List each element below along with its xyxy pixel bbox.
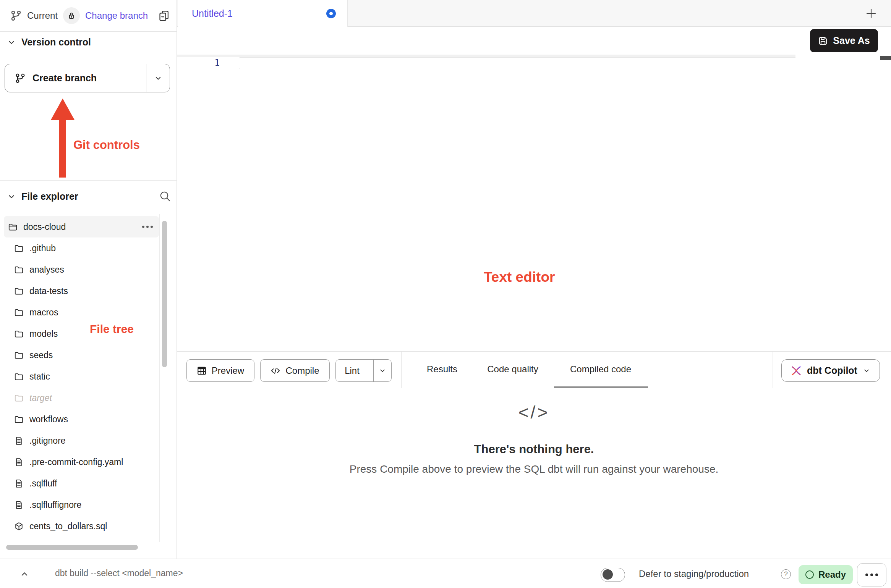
- file-icon: [14, 436, 24, 446]
- tree-item-seeds[interactable]: seeds: [4, 344, 159, 366]
- item-menu-button[interactable]: [142, 226, 153, 228]
- line-number: 1: [200, 58, 220, 68]
- tree-item-label: .gitignore: [29, 436, 66, 446]
- tree-item-label: .pre-commit-config.yaml: [29, 457, 123, 467]
- dbt-copilot-button[interactable]: dbt Copilot: [781, 359, 880, 382]
- git-header: Current Change branch: [0, 0, 177, 32]
- information-window: Information window </> There's nothing h…: [177, 388, 891, 559]
- new-tab-button[interactable]: [865, 7, 878, 20]
- tree-item--github[interactable]: .github: [4, 237, 159, 259]
- tree-item-target[interactable]: target: [4, 387, 159, 409]
- help-icon[interactable]: ?: [781, 569, 791, 579]
- create-branch-label: Create branch: [32, 73, 97, 84]
- sidebar: Current Change branch: [0, 0, 177, 559]
- tree-item-docs-cloud[interactable]: docs-cloud: [4, 216, 159, 237]
- tree-item-workflows[interactable]: workflows: [4, 409, 159, 430]
- sidebar-divider: [0, 180, 177, 181]
- tree-horizontal-scrollbar[interactable]: [6, 545, 138, 550]
- more-options-button[interactable]: [857, 563, 886, 586]
- code-icon: </>: [518, 402, 550, 423]
- tree-item-static[interactable]: static: [4, 366, 159, 387]
- editor-action-row: Save As: [177, 27, 891, 55]
- copy-icon[interactable]: [158, 10, 170, 21]
- change-branch-link[interactable]: Change branch: [85, 10, 148, 21]
- status-ring-icon: [805, 570, 814, 579]
- code-icon: [271, 366, 280, 376]
- editor-scrollbar-track: [880, 55, 880, 356]
- annotation-text-editor: Text editor: [484, 269, 555, 285]
- search-icon[interactable]: [159, 190, 171, 202]
- copilot-icon: [791, 365, 802, 376]
- toggle-knob: [603, 569, 613, 580]
- tree-item--gitignore[interactable]: .gitignore: [4, 430, 159, 451]
- annotation-arrow: [51, 99, 75, 120]
- tree-border: [159, 214, 160, 542]
- editor-scrollbar-thumb[interactable]: [880, 56, 891, 60]
- file-explorer-title: File explorer: [21, 191, 78, 202]
- tree-item-label: static: [29, 372, 50, 382]
- command-input[interactable]: dbt build --select <model_name>: [55, 568, 183, 578]
- lint-dropdown[interactable]: [373, 360, 391, 381]
- tab-compiled-code[interactable]: Compiled code: [570, 364, 631, 375]
- folder-icon: [14, 393, 24, 403]
- save-as-label: Save As: [833, 35, 870, 46]
- file-icon: [14, 479, 24, 488]
- lock-icon: [67, 11, 76, 20]
- create-branch-button[interactable]: Create branch: [5, 64, 170, 92]
- lint-label[interactable]: Lint: [336, 360, 368, 381]
- tree-item--sqlfluffignore[interactable]: .sqlfluffignore: [4, 494, 159, 515]
- branch-lock-badge: [63, 7, 80, 24]
- tree-item-label: .github: [29, 243, 56, 254]
- tree-item-label: seeds: [29, 350, 53, 360]
- tree-item--pre-commit-config-yaml[interactable]: .pre-commit-config.yaml: [4, 451, 159, 473]
- current-branch-label: Current: [27, 10, 58, 21]
- tree-item--sqlfluff[interactable]: .sqlfluff: [4, 473, 159, 494]
- tree-item-macros[interactable]: macros: [4, 302, 159, 323]
- lint-button[interactable]: Lint: [335, 359, 392, 382]
- git-branch-icon: [15, 73, 26, 84]
- version-control-section-header[interactable]: Version control: [7, 37, 91, 48]
- empty-state-subtitle: Press Compile above to preview the SQL d…: [350, 463, 718, 475]
- dbt-cloud-ide: Current Change branch: [0, 0, 891, 588]
- tree-item-cents-to-dollars-sql[interactable]: cents_to_dollars.sql: [4, 515, 159, 537]
- tree-item-data-tests[interactable]: data-tests: [4, 280, 159, 302]
- command-bar: dbt build --select <model_name> Command …: [0, 559, 891, 588]
- annotation-git-controls: Git controls: [73, 138, 140, 152]
- tab-untitled-1[interactable]: Untitled-1: [178, 0, 348, 27]
- folder-icon: [14, 351, 24, 360]
- file-explorer-section-header[interactable]: File explorer: [7, 191, 78, 202]
- chevron-down-icon: [7, 192, 16, 201]
- tab-results[interactable]: Results: [427, 364, 457, 375]
- file-icon: [14, 457, 24, 467]
- folder-icon: [14, 372, 24, 381]
- chevron-down-icon: [862, 367, 871, 375]
- save-as-button[interactable]: Save As: [810, 29, 878, 52]
- create-branch-dropdown[interactable]: [146, 64, 170, 92]
- file-tree: docs-cloud.githubanalysesdata-testsmacro…: [4, 216, 159, 537]
- editor-top-strip: [177, 55, 795, 57]
- tree-vertical-scrollbar[interactable]: [162, 221, 167, 367]
- chevron-up-icon[interactable]: [19, 569, 30, 579]
- tree-item-label: macros: [29, 307, 58, 318]
- result-toolbar: Preview Compile Lint Results: [177, 351, 891, 388]
- empty-state-title: There's nothing here.: [474, 443, 594, 456]
- file-icon: [14, 500, 24, 510]
- toolbar-separator: [401, 352, 402, 389]
- tree-item-analyses[interactable]: analyses: [4, 259, 159, 280]
- tree-item-models[interactable]: models: [4, 323, 159, 344]
- tab-code-quality[interactable]: Code quality: [487, 364, 538, 375]
- compile-button[interactable]: Compile: [260, 359, 330, 382]
- tree-item-label: target: [29, 393, 52, 403]
- tree-item-label: workflows: [29, 414, 68, 425]
- save-icon: [818, 36, 828, 46]
- preview-label: Preview: [212, 365, 244, 376]
- folder-icon: [14, 329, 24, 339]
- compile-label: Compile: [285, 365, 319, 376]
- version-control-title: Version control: [21, 37, 91, 48]
- defer-toggle[interactable]: [601, 568, 625, 582]
- editor-active-line[interactable]: [239, 57, 795, 69]
- unsaved-changes-dot: [326, 9, 336, 18]
- preview-button[interactable]: Preview: [186, 359, 254, 382]
- defer-label: Defer to staging/production: [639, 569, 749, 579]
- editor-tab-bar: Untitled-1: [177, 0, 891, 27]
